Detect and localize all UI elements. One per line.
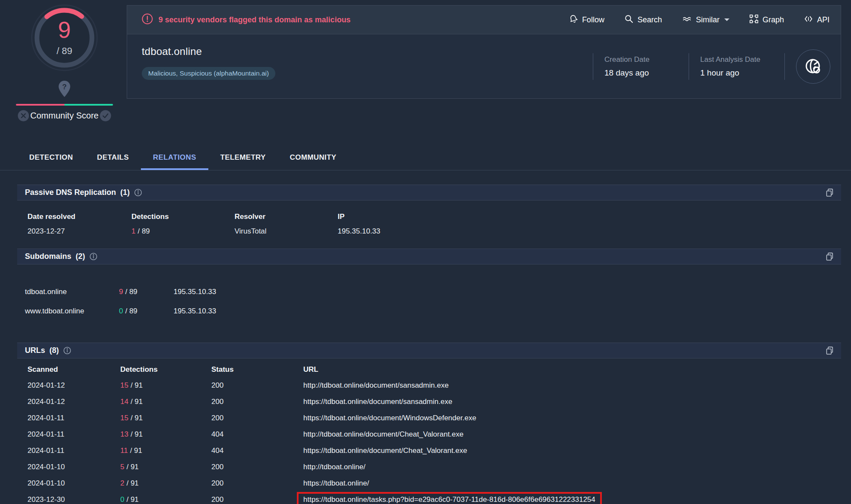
tab-telemetry[interactable]: TELEMETRY bbox=[208, 147, 278, 170]
detections-cell: 15/ 91 bbox=[120, 381, 211, 390]
detections-cell: 11/ 91 bbox=[120, 446, 211, 455]
ip-cell[interactable]: 195.35.10.33 bbox=[174, 288, 841, 296]
passive-dns-header-row: Date resolved Detections Resolver IP bbox=[27, 213, 841, 221]
copy-icon[interactable] bbox=[825, 188, 834, 197]
bell-icon bbox=[569, 14, 578, 26]
status-cell: 200 bbox=[211, 397, 303, 407]
info-icon[interactable] bbox=[134, 188, 142, 197]
passive-dns-title: Passive DNS Replication bbox=[25, 188, 116, 197]
search-icon bbox=[624, 14, 634, 26]
search-label: Search bbox=[637, 15, 662, 24]
url-cell[interactable]: https://tdboat.online/document/sansadmin… bbox=[303, 397, 841, 407]
detections-cell: 9/ 89 bbox=[119, 288, 174, 296]
scanned-cell: 2024-01-11 bbox=[27, 430, 120, 439]
scanned-cell: 2024-01-12 bbox=[27, 397, 120, 407]
subdomains-section-header: Subdomains (2) bbox=[17, 249, 841, 264]
scanned-cell: 2023-12-30 bbox=[27, 495, 120, 504]
urls-header-row: Scanned Detections Status URL bbox=[27, 365, 841, 374]
status-cell: 200 bbox=[211, 381, 303, 390]
similar-button[interactable]: Similar bbox=[682, 14, 729, 26]
table-row: 2024-01-12 14/ 91 200 https://tdboat.onl… bbox=[27, 397, 841, 407]
detections-cell: 0/ 91 bbox=[120, 495, 211, 504]
detections-count: 15 bbox=[120, 381, 128, 389]
info-icon[interactable] bbox=[89, 252, 98, 261]
community-score-label: Community Score bbox=[29, 111, 100, 121]
api-label: API bbox=[817, 15, 830, 24]
chevron-down-icon bbox=[724, 18, 729, 21]
info-icon[interactable] bbox=[63, 346, 71, 355]
status-cell: 200 bbox=[211, 495, 303, 504]
ip-cell[interactable]: 195.35.10.33 bbox=[174, 307, 841, 316]
passive-dns-count: (1) bbox=[120, 188, 130, 197]
url-cell[interactable]: http://tdboat.online/document/Cheat_Valo… bbox=[303, 430, 841, 439]
col-detections: Detections bbox=[120, 365, 211, 374]
table-row: 2023-12-30 0/ 91 200 https://tdboat.onli… bbox=[27, 495, 841, 504]
urls-count: (8) bbox=[49, 346, 59, 355]
api-button[interactable]: API bbox=[804, 14, 830, 26]
relations-content: Passive DNS Replication (1) Date resolve… bbox=[17, 185, 841, 504]
detections-count: 13 bbox=[120, 430, 128, 438]
url-cell[interactable]: https://tdboat.online/ bbox=[303, 479, 841, 488]
check-circle-icon[interactable] bbox=[100, 110, 111, 121]
cross-circle-icon[interactable] bbox=[18, 110, 29, 121]
domain-header-card: 9 security vendors flagged this domain a… bbox=[127, 5, 841, 99]
table-row: 2024-01-10 2/ 91 200 https://tdboat.onli… bbox=[27, 479, 841, 488]
url-cell[interactable]: https://tdboat.online/document/WindowsDe… bbox=[303, 413, 841, 423]
status-cell: 404 bbox=[211, 430, 303, 439]
tab-detection[interactable]: DETECTION bbox=[17, 147, 85, 170]
score-widget: 9 / 89 ? Community Score bbox=[16, 0, 113, 121]
subdomain-host[interactable]: www.tdboat.online bbox=[25, 307, 119, 316]
last-analysis-value: 1 hour ago bbox=[700, 68, 773, 78]
last-analysis-label: Last Analysis Date bbox=[700, 55, 773, 64]
urls-section-header: URLs (8) bbox=[17, 343, 841, 358]
verdict-tag-chip[interactable]: Malicious, Suspicious (alphaMountain.ai) bbox=[142, 67, 275, 80]
detections-count: 14 bbox=[120, 398, 128, 406]
detections-count: 5 bbox=[120, 463, 124, 471]
detections-count: 1 bbox=[131, 227, 135, 235]
url-cell[interactable]: http://tdboat.online/ bbox=[303, 462, 841, 472]
virustotal-domain-page: 9 / 89 ? Community Score bbox=[0, 0, 851, 504]
subdomain-host[interactable]: tdboat.online bbox=[25, 288, 119, 296]
url-cell[interactable]: https://tdboat.online/document/Cheat_Val… bbox=[303, 446, 841, 455]
detections-total: / 91 bbox=[126, 479, 138, 487]
waves-icon bbox=[682, 14, 692, 26]
ip-cell[interactable]: 195.35.10.33 bbox=[338, 227, 841, 236]
tab-details[interactable]: DETAILS bbox=[85, 147, 141, 170]
detections-cell: 5/ 91 bbox=[120, 462, 211, 472]
svg-text:?: ? bbox=[62, 83, 67, 91]
table-row: 2024-01-10 5/ 91 200 http://tdboat.onlin… bbox=[27, 462, 841, 472]
col-resolver: Resolver bbox=[235, 213, 338, 221]
detections-cell: 15/ 91 bbox=[120, 413, 211, 423]
urls-table: Scanned Detections Status URL 2024-01-12… bbox=[17, 358, 841, 504]
table-row: 2024-01-11 11/ 91 404 https://tdboat.onl… bbox=[27, 446, 841, 455]
graph-button[interactable]: Graph bbox=[749, 14, 784, 26]
highlighted-url[interactable]: https://tdboat.online/tasks.php?bid=e29a… bbox=[297, 492, 602, 504]
passive-dns-section-header: Passive DNS Replication (1) bbox=[17, 185, 841, 200]
detections-total: / 91 bbox=[126, 495, 138, 504]
search-button[interactable]: Search bbox=[624, 14, 662, 26]
copy-icon[interactable] bbox=[825, 346, 834, 355]
copy-icon[interactable] bbox=[825, 252, 834, 261]
status-cell: 200 bbox=[211, 479, 303, 488]
creation-date-label: Creation Date bbox=[604, 55, 677, 64]
domain-meta: Creation Date 18 days ago Last Analysis … bbox=[593, 49, 830, 84]
url-cell[interactable]: http://tdboat.online/document/sansadmin.… bbox=[303, 381, 841, 390]
table-row: 2024-01-12 15/ 91 200 http://tdboat.onli… bbox=[27, 381, 841, 390]
tab-community[interactable]: COMMUNITY bbox=[278, 147, 348, 170]
domain-card-body: tdboat.online Malicious, Suspicious (alp… bbox=[127, 34, 841, 99]
detections-total: / 89 bbox=[125, 288, 137, 296]
detections-total: / 91 bbox=[131, 430, 143, 438]
table-row: tdboat.online 9/ 89 195.35.10.33 bbox=[25, 288, 841, 296]
tab-relations[interactable]: RELATIONS bbox=[141, 147, 208, 170]
detections-total: / 91 bbox=[131, 414, 143, 422]
exclamation-circle-icon bbox=[142, 13, 153, 27]
detection-score: 9 bbox=[29, 17, 100, 42]
resolver-cell: VirusTotal bbox=[235, 227, 338, 236]
detections-count: 11 bbox=[120, 446, 128, 455]
follow-button[interactable]: Follow bbox=[569, 14, 604, 26]
detections-cell: 1/ 89 bbox=[131, 227, 235, 236]
detections-count: 15 bbox=[120, 414, 128, 422]
detections-count: 0 bbox=[120, 495, 124, 504]
report-tabs: DETECTION DETAILS RELATIONS TELEMETRY CO… bbox=[17, 147, 348, 170]
header-actions: Follow Search bbox=[569, 14, 830, 26]
